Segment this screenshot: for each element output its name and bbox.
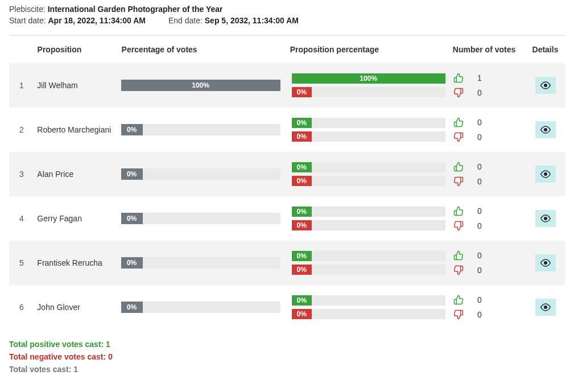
- pct-bar: 0%: [121, 257, 280, 269]
- positive-bar-fill: 0%: [292, 118, 312, 128]
- pct-votes-cell: 0%: [121, 168, 292, 180]
- col-proposition: Proposition: [38, 45, 122, 54]
- pct-bar: 0%: [121, 213, 280, 224]
- details-button[interactable]: [535, 121, 556, 138]
- thumb-down-icon: [453, 132, 464, 142]
- row-index: 5: [9, 258, 37, 267]
- positive-bar: 0%: [292, 207, 445, 217]
- eye-icon: [540, 80, 551, 90]
- details-button[interactable]: [535, 77, 556, 94]
- plebiscite-label: Plebiscite:: [9, 5, 46, 14]
- prop-pct-cell: 0%0%: [292, 251, 453, 275]
- votes-cell: 00: [453, 206, 526, 231]
- end-date-value: Sep 5, 2032, 11:34:00 AM: [205, 16, 299, 25]
- negative-vote-count: 0: [477, 133, 482, 142]
- details-button[interactable]: [535, 210, 556, 227]
- row-index: 6: [9, 303, 37, 312]
- svg-point-4: [544, 262, 547, 265]
- details-cell: [526, 254, 565, 271]
- col-pct-votes: Percentage of votes: [122, 45, 290, 54]
- svg-point-3: [544, 217, 547, 220]
- votes-cell: 00: [453, 162, 526, 187]
- negative-bar-fill: 0%: [292, 265, 312, 275]
- eye-icon: [540, 169, 551, 179]
- eye-icon: [540, 302, 551, 312]
- thumb-up-icon: [453, 162, 464, 172]
- pct-bar: 0%: [121, 302, 280, 313]
- total-positive: Total positive votes cast: 1: [9, 340, 565, 349]
- negative-bar: 0%: [292, 265, 445, 275]
- votes-cell: 00: [453, 295, 526, 320]
- details-button[interactable]: [535, 166, 556, 183]
- pct-bar-fill: 0%: [121, 124, 143, 135]
- thumb-up-icon: [453, 250, 464, 261]
- pct-bar-fill: 0%: [121, 302, 143, 313]
- prop-pct-cell: 0%0%: [292, 162, 453, 186]
- pct-bar-fill: 0%: [121, 213, 143, 224]
- proposition-name: Gerry Fagan: [37, 214, 121, 223]
- negative-bar: 0%: [292, 220, 445, 230]
- negative-bar-fill: 0%: [292, 87, 312, 97]
- pct-bar-fill: 0%: [121, 257, 143, 269]
- plebiscite-name: International Garden Photographer of the…: [48, 5, 223, 14]
- details-button[interactable]: [535, 299, 556, 316]
- positive-bar-fill: 0%: [292, 251, 312, 261]
- positive-bar: 0%: [292, 251, 445, 261]
- negative-vote-count: 0: [477, 221, 482, 230]
- header-meta: Plebiscite: International Garden Photogr…: [9, 5, 565, 25]
- votes-cell: 00: [453, 250, 526, 275]
- prop-pct-cell: 100%0%: [292, 73, 453, 97]
- details-cell: [526, 210, 565, 227]
- eye-icon: [540, 213, 551, 224]
- svg-point-0: [544, 84, 547, 87]
- positive-vote-count: 0: [477, 162, 482, 171]
- total-all: Total votes cast: 1: [9, 365, 565, 374]
- eye-icon: [540, 125, 551, 135]
- row-index: 4: [9, 214, 37, 223]
- positive-vote-count: 0: [477, 295, 482, 304]
- pct-bar-fill: 0%: [121, 168, 143, 180]
- thumb-down-icon: [453, 265, 464, 275]
- thumb-up-icon: [453, 206, 464, 216]
- prop-pct-cell: 0%0%: [292, 295, 453, 319]
- total-negative: Total negative votes cast: 0: [9, 352, 565, 361]
- proposition-name: Jill Welham: [37, 81, 121, 90]
- positive-bar-fill: 0%: [292, 295, 312, 306]
- negative-bar: 0%: [292, 131, 445, 142]
- negative-bar: 0%: [292, 176, 445, 186]
- pct-bar: 0%: [121, 168, 280, 180]
- thumb-up-icon: [453, 117, 464, 127]
- negative-vote-count: 0: [477, 310, 482, 319]
- table-row: 5Frantisek Rerucha0%0%0%00: [9, 241, 565, 285]
- positive-vote-count: 0: [477, 118, 482, 127]
- col-details: Details: [526, 45, 565, 54]
- table-row: 1Jill Welham100%100%0%10: [9, 63, 565, 108]
- negative-vote-count: 0: [477, 266, 482, 275]
- votes-cell: 00: [453, 117, 526, 142]
- prop-pct-cell: 0%0%: [292, 207, 453, 230]
- details-cell: [526, 121, 565, 138]
- positive-bar-fill: 0%: [292, 207, 312, 217]
- proposition-name: Roberto Marchegiani: [37, 125, 121, 134]
- thumb-down-icon: [453, 176, 464, 187]
- votes-cell: 10: [453, 73, 526, 98]
- thumb-down-icon: [453, 310, 464, 320]
- svg-point-1: [544, 129, 547, 131]
- pct-bar: 0%: [121, 124, 280, 135]
- positive-bar-fill: 100%: [292, 73, 445, 84]
- table-row: 2Roberto Marchegiani0%0%0%00: [9, 108, 565, 152]
- positive-bar-fill: 0%: [292, 162, 312, 172]
- eye-icon: [540, 258, 551, 268]
- thumb-down-icon: [453, 88, 464, 98]
- pct-votes-cell: 100%: [121, 80, 292, 91]
- start-date-value: Apr 18, 2022, 11:34:00 AM: [48, 16, 145, 25]
- pct-votes-cell: 0%: [121, 124, 292, 135]
- details-cell: [526, 77, 565, 94]
- results-table: Proposition Percentage of votes Proposit…: [9, 36, 565, 329]
- pct-bar: 100%: [121, 80, 280, 91]
- thumb-down-icon: [453, 221, 464, 231]
- positive-bar: 0%: [292, 162, 445, 172]
- table-row: 6John Glover0%0%0%00: [9, 285, 565, 329]
- row-index: 2: [9, 125, 37, 134]
- details-button[interactable]: [535, 254, 556, 271]
